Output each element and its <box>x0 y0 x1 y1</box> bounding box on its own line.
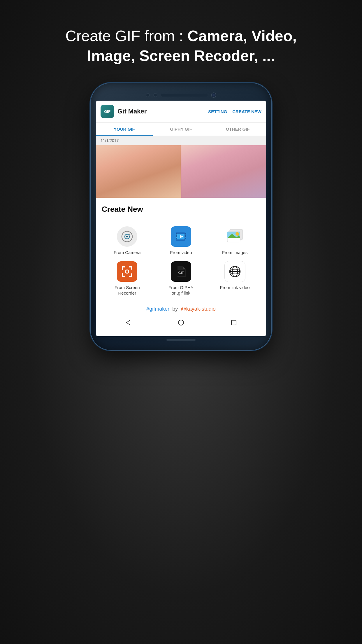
tab-other-gif[interactable]: OTHER GIF <box>209 123 266 136</box>
svg-point-3 <box>129 234 130 235</box>
camera-icon <box>117 226 137 247</box>
options-grid: From Camera <box>102 226 260 296</box>
speaker-grille <box>161 94 208 97</box>
phone-frame: GIF Gif Maker SETTING CREATE NEW YOUR GI… <box>91 83 271 350</box>
option-giphy[interactable]: GIF From GIPHY or .gif link <box>156 261 207 296</box>
svg-point-29 <box>178 320 184 325</box>
svg-rect-30 <box>231 320 236 325</box>
svg-rect-10 <box>185 235 186 237</box>
option-video[interactable]: From video <box>156 226 207 256</box>
promo-line2: Image, Screen Recoder, ... <box>87 47 275 64</box>
option-link-label: From link video <box>220 285 250 290</box>
svg-point-18 <box>236 232 239 236</box>
gif-grid <box>96 145 266 198</box>
images-icon <box>225 226 245 247</box>
app-title: Gif Maker <box>117 108 203 115</box>
create-new-sheet: Create New Fr <box>96 198 266 336</box>
sensor-dot <box>146 93 150 97</box>
create-new-button[interactable]: CREATE NEW <box>232 109 261 114</box>
svg-rect-9 <box>185 233 186 235</box>
tab-giphy-gif[interactable]: GIPHY GIF <box>153 123 210 136</box>
svg-point-2 <box>126 236 128 237</box>
svg-point-20 <box>126 270 128 273</box>
promo-line1-bold: Camera, Video, <box>187 27 297 44</box>
svg-rect-6 <box>176 233 177 235</box>
option-screen-recorder[interactable]: From Screen Recorder <box>102 261 153 296</box>
svg-text:GIF: GIF <box>178 271 184 274</box>
svg-rect-7 <box>176 235 177 237</box>
front-camera-icon <box>211 92 216 98</box>
camera-svg <box>121 230 133 243</box>
screen-svg <box>121 265 133 278</box>
svg-marker-28 <box>126 320 130 325</box>
sheet-title: Create New <box>102 205 260 214</box>
sheet-footer: #gifmaker by @kayak-studio <box>102 303 260 314</box>
option-images[interactable]: From images <box>209 226 260 256</box>
navigation-bar <box>102 314 260 330</box>
gif-image-1 <box>96 145 181 198</box>
globe-svg <box>228 265 242 278</box>
setting-button[interactable]: SETTING <box>208 109 227 114</box>
home-indicator <box>166 339 196 341</box>
app-header: GIF Gif Maker SETTING CREATE NEW <box>96 101 266 123</box>
footer-studio: @kayak-studio <box>181 306 215 312</box>
option-images-label: From images <box>222 250 248 256</box>
globe-icon <box>225 261 245 282</box>
video-icon <box>171 226 191 247</box>
home-button[interactable] <box>177 318 185 327</box>
phone-top-bar <box>96 88 266 101</box>
option-screen-label: From Screen Recorder <box>115 285 140 296</box>
option-camera-label: From Camera <box>114 250 141 256</box>
option-giphy-label: From GIPHY or .gif link <box>168 285 194 296</box>
phone-screen: GIF Gif Maker SETTING CREATE NEW YOUR GI… <box>96 101 266 336</box>
svg-rect-11 <box>185 238 186 239</box>
promo-header: Create GIF from : Camera, Video, Image, … <box>50 26 312 66</box>
giphy-icon: GIF <box>171 261 191 282</box>
giphy-svg: GIF <box>175 265 187 278</box>
option-camera[interactable]: From Camera <box>102 226 153 256</box>
sensor-dot2 <box>153 93 157 97</box>
footer-hashtag: #gifmaker <box>146 306 169 312</box>
footer-by: by <box>172 306 178 312</box>
images-svg <box>226 229 244 244</box>
svg-rect-8 <box>176 238 177 239</box>
tab-bar: YOUR GIF GIPHY GIF OTHER GIF <box>96 123 266 136</box>
sheet-divider <box>102 219 260 219</box>
gif-thumb-2[interactable] <box>181 145 266 198</box>
date-label: 11/1/2017 <box>96 136 266 145</box>
gif-thumb-1[interactable] <box>96 145 181 198</box>
promo-line1-normal: Create GIF from : <box>65 27 187 44</box>
video-svg <box>175 230 187 243</box>
gif-image-2 <box>181 145 266 198</box>
recent-apps-button[interactable] <box>229 318 238 327</box>
tab-your-gif[interactable]: YOUR GIF <box>96 123 153 136</box>
app-logo: GIF <box>101 105 114 118</box>
option-link-video[interactable]: From link video <box>209 261 260 296</box>
screen-recorder-icon <box>117 261 137 282</box>
phone-bottom <box>96 336 266 345</box>
back-button[interactable] <box>124 318 133 327</box>
option-video-label: From video <box>170 250 192 256</box>
